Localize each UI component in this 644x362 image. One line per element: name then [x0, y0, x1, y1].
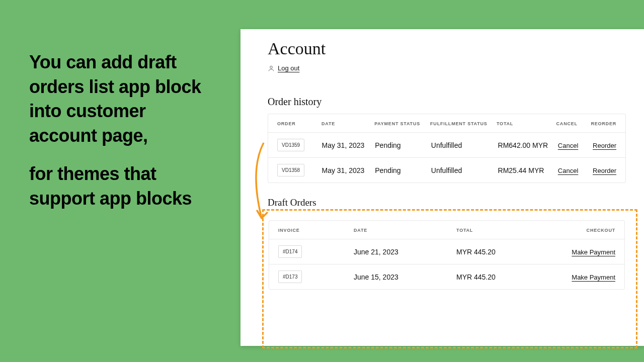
cell-fulfillment: Unfulfilled — [431, 141, 498, 149]
cancel-link[interactable]: Cancel — [558, 167, 578, 174]
col-order: ORDER — [277, 121, 321, 126]
col-checkout: CHECKOUT — [587, 228, 615, 233]
cancel-link[interactable]: Cancel — [558, 142, 578, 149]
cell-date: May 31, 2023 — [321, 141, 375, 149]
user-icon — [268, 65, 275, 72]
order-history-header-row: ORDER DATE PAYMENT STATUS FULFILLMENT ST… — [268, 114, 625, 133]
draft-header-row: INVOICE DATE TOTAL CHECKOUT — [269, 221, 624, 239]
logout-link[interactable]: Log out — [278, 64, 299, 72]
col-invoice: INVOICE — [278, 228, 354, 233]
page-title: Account — [268, 39, 626, 58]
cell-date: May 31, 2023 — [321, 166, 375, 174]
order-link[interactable]: VD1358 — [277, 164, 304, 176]
cell-total: RM25.44 MYR — [498, 166, 558, 174]
svg-point-0 — [270, 66, 273, 68]
draft-orders-heading: Draft Orders — [268, 197, 626, 208]
invoice-link[interactable]: #D174 — [278, 245, 302, 258]
table-row: VD1358 May 31, 2023 Pending Unfulfilled … — [268, 158, 625, 183]
reorder-link[interactable]: Reorder — [593, 167, 616, 174]
table-row: #D174 June 21, 2023 MYR 445.20 Make Paym… — [269, 239, 624, 264]
table-row: #D173 June 15, 2023 MYR 445.20 Make Paym… — [269, 264, 624, 290]
reorder-link[interactable]: Reorder — [593, 142, 616, 149]
promo-text: You can add draft orders list app block … — [29, 50, 215, 225]
cell-total: MYR 445.20 — [456, 248, 572, 256]
cell-payment: Pending — [375, 166, 431, 174]
promo-paragraph-2: for themes that support app blocks — [29, 162, 215, 211]
logout-row: Log out — [268, 64, 626, 72]
col-total: TOTAL — [497, 121, 556, 126]
col-payment: PAYMENT STATUS — [374, 121, 430, 126]
order-link[interactable]: VD1359 — [277, 139, 304, 151]
cell-total: RM642.00 MYR — [498, 141, 558, 149]
cell-date: June 21, 2023 — [354, 248, 456, 256]
table-row: VD1359 May 31, 2023 Pending Unfulfilled … — [268, 133, 625, 158]
col-cancel: CANCEL — [556, 121, 591, 126]
order-history-heading: Order history — [268, 96, 626, 108]
draft-orders-section: Draft Orders INVOICE DATE TOTAL CHECKOUT… — [268, 197, 626, 290]
col-fulfillment: FULFILLMENT STATUS — [430, 121, 497, 126]
draft-orders-table: INVOICE DATE TOTAL CHECKOUT #D174 June 2… — [269, 220, 625, 290]
cell-fulfillment: Unfulfilled — [431, 166, 498, 174]
cell-payment: Pending — [375, 141, 431, 149]
col-reorder: REORDER — [591, 121, 616, 126]
promo-paragraph-1: You can add draft orders list app block … — [29, 50, 215, 148]
col-date: DATE — [321, 121, 374, 126]
make-payment-link[interactable]: Make Payment — [572, 274, 615, 281]
col-total: TOTAL — [456, 228, 587, 233]
invoice-link[interactable]: #D173 — [278, 270, 302, 283]
cell-total: MYR 445.20 — [456, 273, 572, 281]
make-payment-link[interactable]: Make Payment — [572, 248, 615, 256]
account-panel: Account Log out Order history ORDER DATE… — [240, 29, 644, 346]
order-history-table: ORDER DATE PAYMENT STATUS FULFILLMENT ST… — [268, 114, 626, 183]
cell-date: June 15, 2023 — [354, 273, 456, 281]
col-date: DATE — [354, 228, 456, 233]
